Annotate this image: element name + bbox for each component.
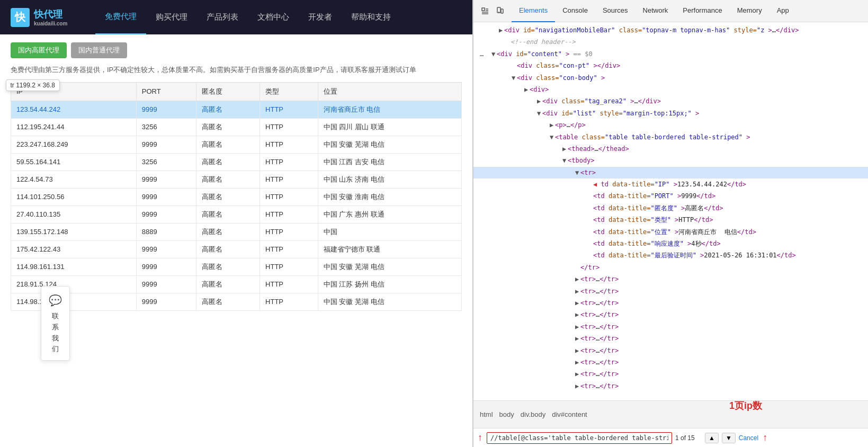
dom-line[interactable]: <td data-title="类型" >HTTP</td> [473, 214, 868, 226]
dom-line[interactable]: ▶ <tr>…</tr> [473, 380, 868, 392]
toggle[interactable]: ▶ [575, 298, 580, 308]
dom-line[interactable]: ▼ <table class="table table-bordered tab… [473, 131, 868, 143]
breadcrumb-divcontent[interactable]: div#content [550, 409, 589, 419]
breadcrumb-body[interactable]: body [497, 409, 516, 419]
contact-label: 联系我们 [44, 311, 67, 355]
dom-line[interactable]: <div class="con-pt" ></div> [473, 60, 868, 71]
toggle[interactable]: ▶ [550, 120, 555, 130]
tab-performance[interactable]: Performance [675, 0, 729, 22]
dom-line[interactable]: <td data-title="PORT" >9999</td> [473, 190, 868, 202]
dom-line[interactable]: ▶ <tr>…</tr> [473, 333, 868, 344]
table-row[interactable]: 122.4.54.73 9999 高匿名 HTTP 中国 山东 济南 电信 [11, 171, 462, 188]
table-row[interactable]: 139.155.172.148 8889 高匿名 HTTP 中国 [11, 223, 462, 240]
toggle[interactable]: ▶ [499, 25, 504, 35]
toggle[interactable]: ▶ [537, 96, 542, 106]
logo-name: 快代理 [34, 8, 67, 21]
devtools-tabs: Elements Console Sources Network Perform… [512, 0, 797, 22]
tab-domestic-high-anon[interactable]: 国内高匿代理 [11, 42, 67, 58]
toggle[interactable]: … [480, 49, 485, 59]
dom-line[interactable]: ▼ <tbody> [473, 155, 868, 166]
table-row[interactable]: 114.98.161.131 9999 高匿名 HTTP 中国 安徽 芜湖 电信 [11, 258, 462, 275]
nav-item-docs[interactable]: 文档中心 [248, 0, 299, 34]
toggle[interactable]: ▶ [575, 321, 580, 332]
cell-port: 9999 [136, 275, 196, 293]
search-next-btn[interactable]: ▼ [722, 433, 736, 443]
toggle[interactable]: ▼ [575, 167, 580, 178]
dom-line[interactable]: … ▼ <div id="content" > == $0 [473, 48, 868, 60]
dom-line[interactable]: <td data-title="位置" >河南省商丘市 电信</td> [473, 226, 868, 238]
toggle[interactable]: ▶ [562, 144, 568, 154]
cell-type: HTTP [260, 275, 318, 293]
toggle[interactable]: ▶ [524, 84, 530, 95]
dom-line[interactable]: ▼ <div id="list" style="margin-top:15px;… [473, 108, 868, 119]
tab-domestic-normal[interactable]: 国内普通代理 [71, 42, 127, 58]
nav-item-developer[interactable]: 开发者 [299, 0, 342, 34]
toggle[interactable]: ▼ [550, 132, 555, 142]
dom-line[interactable]: <td data-title="最后验证时间" >2021-05-26 16:3… [473, 249, 868, 261]
table-row[interactable]: 114.98.175.56 9999 高匿名 HTTP 中国 安徽 芜湖 电信 [11, 293, 462, 310]
tab-console[interactable]: Console [555, 0, 595, 22]
dom-line[interactable]: ▶ <div> [473, 84, 868, 95]
cell-loc: 中国 江西 吉安 电信 [318, 153, 461, 171]
dom-line[interactable]: ◀ td data-title="IP" >123.54.44.242</td> [473, 178, 868, 190]
cell-ip: 59.55.164.141 [11, 153, 137, 171]
breadcrumb-html[interactable]: html [478, 409, 495, 419]
table-row[interactable]: 59.55.164.141 3256 高匿名 HTTP 中国 江西 吉安 电信 [11, 153, 462, 171]
cell-loc: 中国 江苏 扬州 电信 [318, 275, 461, 293]
toggle[interactable]: ▼ [562, 155, 568, 166]
dom-line[interactable]: ▶ <tr>…</tr> [473, 368, 868, 380]
chat-icon: 💬 [44, 292, 67, 309]
toggle-content[interactable]: ▼ [491, 49, 497, 59]
table-row[interactable]: 223.247.168.249 9999 高匿名 HTTP 中国 安徽 芜湖 电… [11, 136, 462, 153]
toggle[interactable]: ▼ [512, 73, 517, 83]
xpath-search-input[interactable] [487, 432, 672, 444]
table-row[interactable]: 27.40.110.135 9999 高匿名 HTTP 中国 广东 惠州 联通 [11, 205, 462, 223]
table-row[interactable]: 218.91.5.124 9999 高匿名 HTTP 中国 江苏 扬州 电信 [11, 275, 462, 293]
toggle[interactable]: ▶ [575, 333, 580, 344]
dom-line[interactable]: ▶ <tr>…</tr> [473, 297, 868, 309]
dom-line[interactable]: <td data-title="响应速度" >4秒</td> [473, 238, 868, 249]
cell-type: HTTP [260, 258, 318, 275]
tab-elements[interactable]: Elements [512, 0, 555, 22]
toggle[interactable]: ▼ [537, 108, 542, 119]
devtools-inspect-btn[interactable] [478, 4, 493, 19]
dom-line[interactable]: ▶ <tr>…</tr> [473, 345, 868, 356]
dom-line[interactable]: ▶ <tr>…</tr> [473, 309, 868, 320]
contact-float[interactable]: 💬 联系我们 [41, 286, 70, 361]
tab-network[interactable]: Network [636, 0, 676, 22]
devtools-device-btn[interactable] [493, 4, 507, 19]
dom-line[interactable]: ▶ <thead>…</thead> [473, 143, 868, 155]
tab-app[interactable]: App [769, 0, 797, 22]
website-panel: 快 快代理 kuaidaili.com 免费代理 购买代理 产品列表 文档中心 … [0, 0, 473, 447]
table-row[interactable]: 114.101.250.56 9999 高匿名 HTTP 中国 安徽 淮南 电信 [11, 188, 462, 205]
search-cancel-btn[interactable]: Cancel [739, 434, 758, 442]
tab-sources[interactable]: Sources [595, 0, 636, 22]
dom-line-selected-tr[interactable]: ▼ <tr> [473, 167, 868, 178]
tab-memory[interactable]: Memory [730, 0, 769, 22]
dom-line[interactable]: ▶ <div id="navigationMobileBar" class="t… [473, 24, 868, 36]
nav-item-help[interactable]: 帮助和支持 [342, 0, 400, 34]
dom-line[interactable]: ▶ <tr>…</tr> [473, 285, 868, 297]
table-row[interactable]: 112.195.241.44 3256 高匿名 HTTP 中国 四川 眉山 联通 [11, 118, 462, 136]
nav-item-buy-proxy[interactable]: 购买代理 [146, 0, 197, 34]
toggle[interactable]: ▶ [575, 309, 580, 320]
nav-item-products[interactable]: 产品列表 [197, 0, 248, 34]
dom-line[interactable]: ▶ <div class="tag_area2" >…</div> [473, 95, 868, 107]
dom-line[interactable]: ▼ <div class="con-body" > [473, 72, 868, 84]
toggle[interactable]: ▶ [575, 381, 580, 391]
dom-line[interactable]: ▶ <tr>…</tr> [473, 321, 868, 333]
table-row-selected[interactable]: tr 1199.2 × 36.8 123.54.44.242 9999 高匿名 … [11, 101, 462, 118]
search-prev-btn[interactable]: ▲ [705, 433, 719, 443]
dom-line[interactable]: <td data-title="匿名度" >高匿名</td> [473, 202, 868, 214]
dom-line[interactable]: ▶ <p>…</p> [473, 119, 868, 131]
toggle[interactable]: ▶ [575, 274, 580, 284]
dom-line[interactable]: ▶ <tr>…</tr> [473, 273, 868, 285]
nav-item-free-proxy[interactable]: 免费代理 [95, 0, 146, 34]
dom-line[interactable]: ▶ <tr>…</tr> [473, 356, 868, 368]
toggle[interactable]: ▶ [575, 357, 580, 368]
toggle[interactable]: ▶ [575, 345, 580, 356]
breadcrumb-divbody[interactable]: div.body [518, 409, 548, 419]
toggle[interactable]: ▶ [575, 369, 580, 379]
toggle[interactable]: ▶ [575, 286, 580, 297]
table-row[interactable]: 175.42.122.43 9999 高匿名 HTTP 福建省宁德市 联通 [11, 240, 462, 258]
